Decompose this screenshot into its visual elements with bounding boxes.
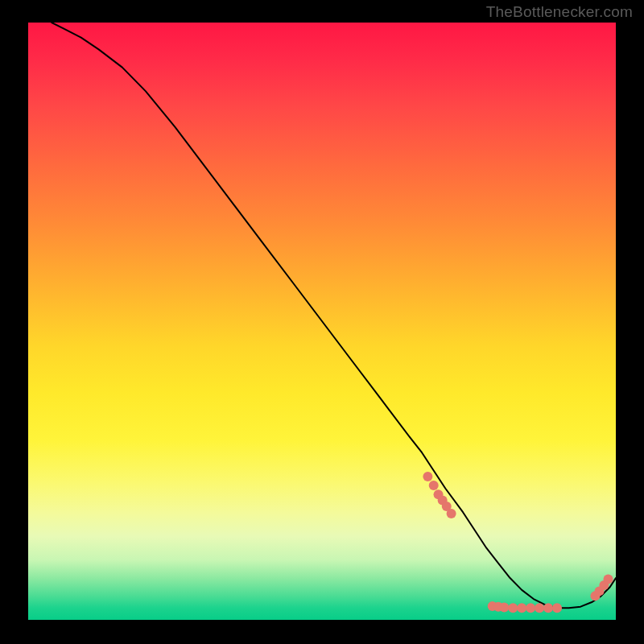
plot-area <box>28 23 616 620</box>
curve-marker <box>535 603 544 613</box>
curve-marker <box>447 509 456 518</box>
chart-overlay <box>28 23 616 620</box>
curve-marker <box>526 603 535 613</box>
watermark-text: TheBottlenecker.com <box>486 3 633 21</box>
bottleneck-curve <box>52 23 616 608</box>
curve-marker <box>517 603 526 613</box>
curve-marker <box>499 602 509 612</box>
curve-marker <box>423 472 432 481</box>
curve-marker <box>543 603 553 613</box>
chart-stage: TheBottlenecker.com <box>0 0 644 644</box>
curve-marker <box>604 575 613 584</box>
curve-marker <box>508 603 518 613</box>
curve-marker <box>552 603 562 613</box>
curve-marker <box>429 481 439 490</box>
curve-markers <box>423 472 613 613</box>
